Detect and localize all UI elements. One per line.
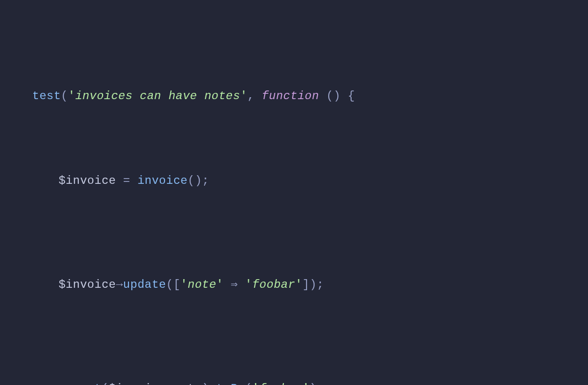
space [341, 90, 348, 103]
function-call-expect: expect [59, 382, 102, 385]
property-note: note [173, 382, 202, 385]
arrow-operator: → [116, 278, 123, 291]
equals: = [123, 174, 130, 187]
double-arrow: ⇒ [230, 278, 238, 291]
arrow-operator: → [209, 382, 217, 385]
method-tobe: toBe [217, 382, 245, 385]
semicolon: ; [317, 382, 324, 385]
paren-close: ) [202, 382, 209, 385]
comma: , [247, 90, 262, 103]
semicolon: ; [317, 278, 324, 291]
string-expected: foobar [259, 382, 302, 385]
quote: ' [68, 90, 76, 103]
code-line-3: $invoice→update(['note' ⇒ 'foobar']); [32, 276, 556, 294]
space [224, 278, 231, 291]
method-update: update [123, 278, 166, 291]
quote: ' [240, 90, 247, 103]
quote: ' [252, 382, 259, 385]
bracket-close: ] [303, 278, 310, 291]
quote: ' [180, 278, 188, 291]
space [130, 174, 138, 187]
code-snippet: test('invoices can have notes', function… [32, 53, 556, 385]
bracket-open: [ [173, 278, 180, 291]
string-key: note [188, 278, 217, 291]
quote: ' [295, 278, 303, 291]
paren-open: ( [166, 278, 173, 291]
quote: ' [302, 382, 309, 385]
space [116, 174, 123, 187]
arrow-operator: → [166, 382, 173, 385]
keyword-function: function [262, 90, 319, 103]
quote: ' [217, 278, 224, 291]
variable-invoice: $invoice [59, 278, 116, 291]
semicolon: ; [202, 174, 209, 187]
paren-pair: () [188, 174, 202, 187]
variable-invoice: $invoice [109, 382, 166, 385]
brace-open: { [348, 90, 355, 103]
code-line-4: expect($invoice→note)→toBe('foobar'); [32, 380, 556, 385]
string-literal: invoices can have notes [75, 90, 240, 103]
paren-open: ( [61, 90, 68, 103]
code-line-2: $invoice = invoice(); [32, 172, 556, 190]
space [319, 90, 326, 103]
paren-pair: () [326, 90, 341, 103]
quote: ' [245, 278, 252, 291]
paren-close: ) [309, 382, 317, 385]
code-line-1: test('invoices can have notes', function… [32, 88, 556, 105]
variable-invoice: $invoice [59, 174, 116, 187]
paren-open: ( [102, 382, 109, 385]
function-call-test: test [32, 90, 61, 103]
function-call-invoice: invoice [138, 174, 188, 187]
space [238, 278, 245, 291]
paren-open: ( [245, 382, 252, 385]
string-value: foobar [252, 278, 295, 291]
paren-close: ) [309, 278, 317, 291]
